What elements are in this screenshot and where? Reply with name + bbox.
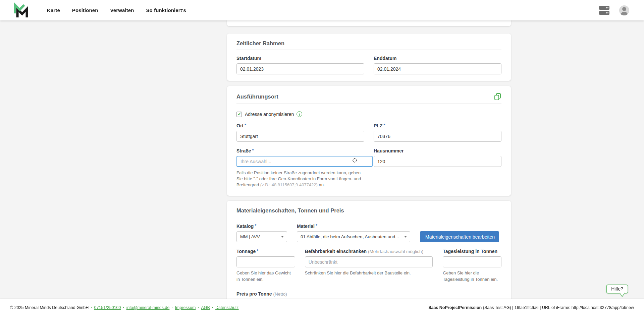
- divider: [236, 217, 501, 217]
- user-avatar[interactable]: [618, 4, 631, 17]
- startdatum-input[interactable]: [236, 63, 364, 74]
- strasse-help-text: Falls die Position keiner Straße zugeord…: [236, 170, 362, 188]
- ort-input[interactable]: [236, 131, 364, 142]
- required-marker: *: [316, 223, 317, 228]
- befahrbarkeit-input[interactable]: [305, 256, 433, 267]
- card-ausfuehrungsort: Ausführungsort Adresse anonymisieren Ort…: [227, 86, 511, 196]
- footer-left: © 2025 Mineral Minds Deutschland GmbH · …: [10, 305, 239, 310]
- divider: [236, 50, 501, 50]
- material-selected-value: 01 Abfälle, die beim Aufsuchen, Ausbeute…: [301, 234, 402, 239]
- divider: [236, 104, 501, 104]
- server-dns-icon[interactable]: [599, 6, 609, 15]
- copy-address-icon[interactable]: [494, 93, 501, 101]
- preis-label: Preis pro Tonne (Netto): [236, 291, 287, 297]
- top-navbar: Karte Positionen Verwalten So funktionie…: [0, 0, 644, 20]
- nav-item-karte[interactable]: Karte: [47, 7, 60, 13]
- required-marker: *: [252, 148, 254, 153]
- tagesleistung-label: Tagesleistung in Tonnen: [443, 249, 497, 254]
- footer-link-email[interactable]: info@mineral-minds.de: [126, 305, 170, 310]
- tonnage-label: Tonnage*: [236, 249, 258, 254]
- tonnage-hint: Geben Sie hier das Gewicht in Tonnen ein…: [236, 270, 295, 283]
- strasse-combobox-input[interactable]: [236, 156, 373, 167]
- required-marker: *: [257, 248, 258, 253]
- tagesleistung-input[interactable]: [443, 256, 501, 267]
- section-title-ausfuehrungsort: Ausführungsort: [236, 93, 278, 100]
- main-navigation: Karte Positionen Verwalten So funktionie…: [47, 7, 186, 13]
- enddatum-input[interactable]: [374, 63, 501, 74]
- katalog-selected-value: MM | AVV: [240, 234, 279, 239]
- section-title-zeitlicher-rahmen: Zeitlicher Rahmen: [236, 40, 284, 47]
- footer-link-agb[interactable]: AGB: [201, 305, 210, 310]
- befahrbarkeit-note: (Mehrfachauswahl möglich): [368, 249, 423, 254]
- plz-input[interactable]: [374, 131, 501, 142]
- footer-debug-info: Saas NoProjectPermission (Saas Test AG) …: [428, 305, 634, 310]
- footer-saas-permission: Saas NoProjectPermission: [428, 305, 482, 310]
- chevron-down-icon: [281, 236, 284, 238]
- nav-item-positionen[interactable]: Positionen: [72, 7, 98, 13]
- nav-item-so-funktionierts[interactable]: So funktioniert's: [146, 7, 186, 13]
- card-zeitlicher-rahmen: Zeitlicher Rahmen Startdatum Enddatum: [227, 34, 511, 81]
- required-marker: *: [245, 123, 246, 128]
- footer-link-phone[interactable]: 07151/250100: [94, 305, 121, 310]
- footer-link-datenschutz[interactable]: Datenschutz: [215, 305, 238, 310]
- footer-separator: ·: [123, 305, 124, 310]
- anonymize-checkbox[interactable]: [236, 112, 242, 117]
- befahrbarkeit-hint: Schränken Sie hier die Befahrbarkeit der…: [305, 270, 433, 276]
- preis-note: (Netto): [273, 292, 287, 297]
- loading-spinner-icon: [353, 158, 357, 163]
- required-marker: *: [255, 223, 256, 228]
- required-marker: *: [383, 123, 385, 128]
- befahrbarkeit-label: Befahrbarkeit einschränken (Mehrfachausw…: [305, 249, 423, 254]
- anonymize-label: Adresse anonymisieren: [245, 112, 294, 117]
- tonnage-input[interactable]: [236, 256, 295, 267]
- footer-separator: ·: [91, 305, 92, 310]
- footer-separator: ·: [198, 305, 199, 310]
- geo-coords-example: (z.B.: 48.8115607,9.4077422): [260, 182, 318, 187]
- edit-material-properties-button[interactable]: Materialeigenschaften bearbeiten: [420, 231, 499, 242]
- enddatum-label: Enddatum: [374, 56, 396, 61]
- footer-separator: ·: [212, 305, 213, 310]
- hausnummer-input[interactable]: [374, 156, 501, 167]
- katalog-label: Katalog*: [236, 224, 256, 229]
- footer-link-impressum[interactable]: Impressum: [175, 305, 196, 310]
- startdatum-label: Startdatum: [236, 56, 261, 61]
- plz-label: PLZ*: [374, 123, 385, 128]
- material-select[interactable]: 01 Abfälle, die beim Aufsuchen, Ausbeute…: [297, 231, 410, 242]
- katalog-select[interactable]: MM | AVV: [236, 231, 287, 242]
- footer: © 2025 Mineral Minds Deutschland GmbH · …: [0, 299, 644, 316]
- mineral-minds-logo-icon[interactable]: [13, 2, 29, 18]
- footer-iframe-url: (Saas Test AG) | 16fae1ffc6a6 | URL of i…: [482, 305, 634, 310]
- section-title-material: Materialeigenschaften, Tonnen und Preis: [236, 207, 344, 214]
- info-icon[interactable]: [297, 111, 302, 117]
- footer-copyright: © 2025 Mineral Minds Deutschland GmbH: [10, 305, 89, 310]
- chevron-down-icon: [404, 236, 407, 238]
- nav-item-verwalten[interactable]: Verwalten: [110, 7, 134, 13]
- material-label: Material*: [297, 224, 317, 229]
- tagesleistung-hint: Geben Sie hier die Tagesleistung in Tonn…: [443, 270, 501, 283]
- ort-label: Ort*: [236, 123, 246, 128]
- footer-separator: ·: [171, 305, 173, 310]
- help-button[interactable]: Hilfe?: [606, 285, 628, 294]
- strasse-label: Straße*: [236, 148, 254, 153]
- hausnummer-label: Hausnummer: [374, 148, 404, 153]
